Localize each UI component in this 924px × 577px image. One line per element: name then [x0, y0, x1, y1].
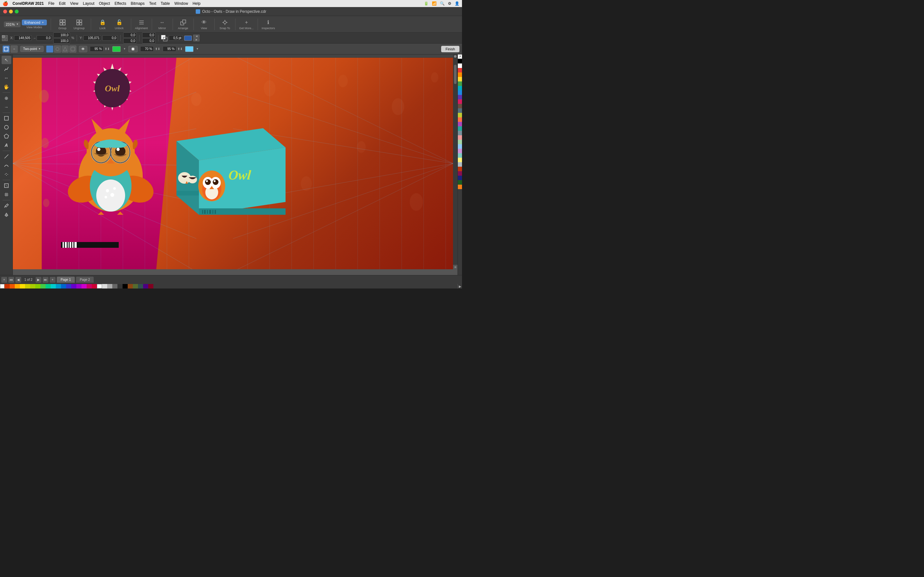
strip-crimson[interactable] [92, 284, 97, 288]
strip-dark-grey[interactable] [112, 284, 118, 288]
tool-select[interactable]: ↖ [2, 56, 11, 64]
opacity-3-input[interactable] [163, 46, 176, 52]
height-input[interactable] [102, 35, 118, 41]
menu-window[interactable]: Window [174, 1, 188, 6]
close-button[interactable] [3, 10, 7, 13]
add-page-start-button[interactable]: + [1, 277, 7, 283]
strip-yellow[interactable] [20, 284, 25, 288]
apple-menu[interactable]: 🍎 [3, 1, 8, 6]
get-more-button[interactable]: + Get More... [238, 17, 255, 31]
menu-layout[interactable]: Layout [83, 1, 94, 6]
zoom-corner[interactable]: ⊞ [453, 265, 457, 269]
menu-table[interactable]: Table [161, 1, 170, 6]
palette-teal-dark[interactable] [458, 108, 462, 113]
finish-button[interactable]: Finish [441, 46, 459, 52]
palette-cyan[interactable] [458, 86, 462, 90]
strip-burgundy[interactable] [148, 284, 153, 288]
arrange-button[interactable]: Arrange [176, 17, 191, 31]
opacity-stepper-2[interactable]: ⬆⬇ [155, 47, 160, 51]
color-swatch-2[interactable] [185, 46, 194, 52]
strip-light-grey[interactable] [102, 284, 107, 288]
palette-light-grey[interactable] [458, 162, 462, 167]
palette-yellow[interactable] [458, 77, 462, 81]
tool-line[interactable] [2, 152, 11, 161]
rot-x-input[interactable] [142, 32, 156, 38]
palette-scroll-right[interactable]: ▶ [457, 284, 462, 288]
strip-black[interactable] [123, 284, 128, 288]
menu-effects[interactable]: Effects [115, 1, 126, 6]
user-icon[interactable]: 👤 [455, 1, 459, 6]
strip-green[interactable] [40, 284, 45, 288]
app-name[interactable]: CorelDRAW 2021 [13, 1, 44, 6]
plane-icon-2[interactable] [54, 45, 61, 53]
strip-brown[interactable] [128, 284, 133, 288]
rot-y-input[interactable] [142, 38, 156, 44]
palette-amber[interactable] [458, 185, 462, 189]
tool-crop[interactable] [2, 181, 11, 190]
palette-dark-blue[interactable] [458, 176, 462, 180]
tool-grid[interactable] [2, 190, 11, 199]
palette-purple[interactable] [458, 95, 462, 99]
search-icon[interactable]: 🔍 [440, 1, 445, 6]
palette-light-green[interactable] [458, 140, 462, 144]
perspective-type-icon[interactable]: ○ [11, 45, 18, 53]
strip-charcoal[interactable] [118, 284, 123, 288]
menu-object[interactable]: Object [99, 1, 110, 6]
strip-none[interactable] [0, 284, 5, 288]
tool-text[interactable]: A [2, 141, 11, 149]
strip-lime[interactable] [35, 284, 40, 288]
perspective-type-dropdown[interactable]: Two-point ▼ [20, 46, 44, 52]
strip-indigo[interactable] [66, 284, 71, 288]
palette-violet[interactable] [458, 122, 462, 126]
tool-ellipse[interactable] [2, 123, 11, 131]
palette-light-yellow[interactable] [458, 158, 462, 162]
palette-blue-grey[interactable] [458, 131, 462, 135]
palette-light-blue[interactable] [458, 144, 462, 149]
opacity-stepper-1[interactable]: ⬆⬇ [105, 47, 110, 51]
next-page-button[interactable]: ▶ [36, 277, 41, 283]
tool-polygon[interactable] [2, 132, 11, 140]
page-1-tab[interactable]: Page 1 [57, 277, 75, 283]
menu-view[interactable]: View [70, 1, 78, 6]
palette-blue[interactable] [458, 90, 462, 95]
zoom-control[interactable]: 231% ▼ [4, 21, 21, 27]
palette-black[interactable] [458, 59, 462, 63]
menu-text[interactable]: Text [149, 1, 156, 6]
palette-light-purple[interactable] [458, 149, 462, 153]
opacity-1-input[interactable] [90, 46, 103, 52]
tool-rectangle[interactable] [2, 114, 11, 122]
tool-curve[interactable] [2, 161, 11, 169]
plane-icon-4[interactable] [69, 45, 76, 53]
group-button[interactable]: Group [55, 17, 70, 31]
page-2-tab[interactable]: Page 2 [76, 277, 94, 283]
palette-brown[interactable] [458, 104, 462, 108]
strip-purple[interactable] [76, 284, 81, 288]
strip-red-1[interactable] [5, 284, 10, 288]
palette-white[interactable] [458, 63, 462, 68]
ungroup-button[interactable]: Ungroup [71, 17, 87, 31]
stroke-arrow-right[interactable]: ▶ [193, 38, 200, 41]
palette-lime[interactable] [458, 113, 462, 117]
lock-button[interactable]: 🔒 Lock [95, 17, 110, 31]
tool-dropper[interactable] [2, 201, 11, 210]
unlock-button[interactable]: 🔓 Unlock [111, 17, 127, 31]
palette-green[interactable] [458, 81, 462, 86]
strip-dark-slate[interactable] [138, 284, 143, 288]
alignment-button[interactable]: Alignment [134, 17, 149, 31]
strip-indigo-dark[interactable] [143, 284, 148, 288]
strip-dark-olive[interactable] [133, 284, 138, 288]
palette-deep-orange[interactable] [458, 117, 462, 122]
menu-edit[interactable]: Edit [59, 1, 66, 6]
stroke-color-swatch[interactable] [184, 35, 192, 41]
palette-dark-orange[interactable] [458, 167, 462, 171]
scrollbar-up-arrow[interactable] [454, 55, 457, 58]
tool-pan[interactable]: 🖐 [2, 83, 11, 91]
strip-blue[interactable] [61, 284, 66, 288]
strip-yellow-green[interactable] [30, 284, 35, 288]
color-dropdown-2[interactable]: ▼ [196, 47, 199, 50]
scale-w-input[interactable] [53, 32, 70, 38]
add-page-end-button[interactable]: + [50, 277, 55, 283]
strip-pink[interactable] [87, 284, 92, 288]
strip-amber[interactable] [15, 284, 20, 288]
plane-icon-1[interactable] [46, 45, 53, 53]
